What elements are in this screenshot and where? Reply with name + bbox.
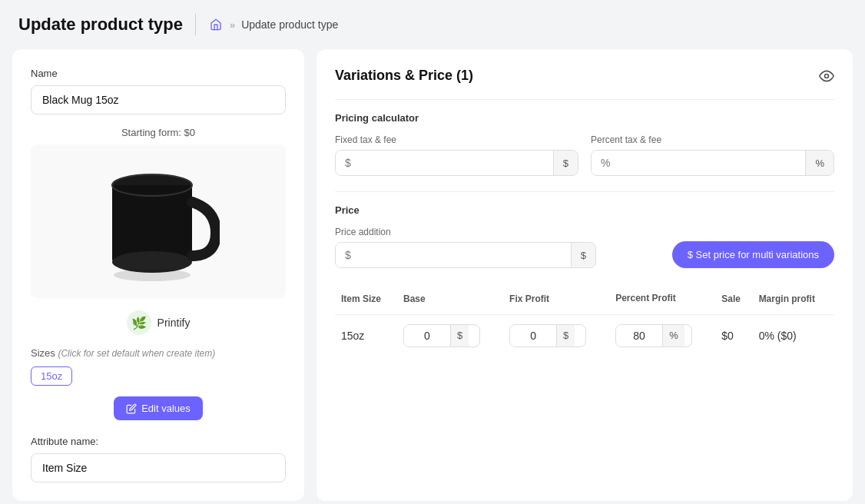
left-panel: Name Starting form: $0 🌿 Printify xyxy=(12,49,304,501)
fix-profit-suffix: $ xyxy=(556,325,575,346)
col-percent-profit: Percent Profit xyxy=(609,287,715,314)
attribute-name-label: Attribute name: xyxy=(31,436,286,447)
percent-tax-input-wrapper: % xyxy=(591,150,834,176)
fix-profit-input-group: $ xyxy=(509,324,586,347)
printify-badge: 🌿 Printify xyxy=(127,310,191,335)
sizes-label: Sizes (Click for set default when create… xyxy=(31,347,286,359)
breadcrumb-current: Update product type xyxy=(241,18,338,31)
breadcrumb-arrow: » xyxy=(230,19,235,31)
starting-form-text: Starting form: $0 xyxy=(31,127,286,138)
eye-icon xyxy=(819,68,834,84)
size-chip-15oz[interactable]: 15oz xyxy=(31,366,72,386)
cell-margin-profit: 0% ($0) xyxy=(753,314,834,356)
fixed-tax-input[interactable] xyxy=(336,151,553,175)
cell-percent-profit: % xyxy=(609,314,715,356)
percent-tax-input[interactable] xyxy=(592,151,805,175)
variations-header: Variations & Price (1) xyxy=(335,68,834,84)
set-price-button[interactable]: $ Set price for multi variations xyxy=(672,241,834,268)
fixed-tax-group: Fixed tax & fee $ xyxy=(335,134,578,176)
col-item-size: Item Size xyxy=(335,287,397,314)
col-sale: Sale xyxy=(715,287,752,314)
price-row: Price addition $ $ Set price for multi v… xyxy=(335,227,834,268)
percent-tax-suffix: % xyxy=(805,151,834,175)
pricing-calculator-label: Pricing calculator xyxy=(335,112,834,124)
attribute-name-input[interactable] xyxy=(31,453,286,482)
cell-size: 15oz xyxy=(335,314,397,356)
percent-profit-suffix: % xyxy=(662,325,684,346)
sizes-row: 15oz xyxy=(31,366,286,386)
section-divider-1 xyxy=(335,99,834,100)
name-label: Name xyxy=(31,68,286,79)
variations-title: Variations & Price (1) xyxy=(335,68,473,84)
fixed-tax-label: Fixed tax & fee xyxy=(335,134,578,145)
right-panel: Variations & Price (1) Pricing calculato… xyxy=(317,49,853,501)
svg-point-4 xyxy=(114,269,191,281)
table-row: 15oz $ $ xyxy=(335,314,834,356)
product-image xyxy=(31,144,286,298)
percent-tax-label: Percent tax & fee xyxy=(591,134,834,145)
price-addition-label: Price addition xyxy=(335,227,596,237)
fixed-tax-input-wrapper: $ xyxy=(335,150,578,176)
home-icon[interactable] xyxy=(208,17,224,32)
printify-label: Printify xyxy=(157,317,191,329)
base-suffix: $ xyxy=(450,325,469,346)
fix-profit-input[interactable] xyxy=(510,325,556,346)
price-addition-suffix: $ xyxy=(571,243,595,267)
name-input[interactable] xyxy=(31,85,286,114)
cell-base: $ xyxy=(397,314,503,356)
sizes-hint: (Click for set default when create item) xyxy=(58,348,215,359)
col-fix-profit: Fix Profit xyxy=(503,287,609,314)
main-content: Name Starting form: $0 🌿 Printify xyxy=(0,49,865,504)
page-title: Update product type xyxy=(18,15,183,35)
variations-table: Item Size Base Fix Profit Percent Profit… xyxy=(335,287,834,356)
price-section-label: Price xyxy=(335,204,834,216)
base-input[interactable] xyxy=(404,325,450,346)
pricing-row: Fixed tax & fee $ Percent tax & fee % xyxy=(335,134,834,176)
printify-logo: 🌿 xyxy=(127,310,151,335)
page-header: Update product type » Update product typ… xyxy=(0,0,865,49)
cell-fix-profit: $ xyxy=(503,314,609,356)
eye-icon-button[interactable] xyxy=(819,68,834,84)
col-margin-profit: Margin profit xyxy=(753,287,834,314)
section-divider-2 xyxy=(335,191,834,192)
percent-profit-input-group: % xyxy=(615,324,692,347)
fixed-tax-suffix: $ xyxy=(553,151,578,175)
cell-sale: $0 xyxy=(715,314,752,356)
edit-values-button[interactable]: Edit values xyxy=(114,396,203,420)
base-input-group: $ xyxy=(403,324,480,347)
price-addition-group: Price addition $ xyxy=(335,227,596,268)
breadcrumb: » Update product type xyxy=(208,17,338,32)
price-addition-input-wrapper: $ xyxy=(335,242,596,268)
svg-point-5 xyxy=(825,74,829,78)
percent-tax-group: Percent tax & fee % xyxy=(591,134,834,176)
breadcrumb-divider xyxy=(195,14,196,35)
edit-icon xyxy=(126,403,137,414)
price-addition-input[interactable] xyxy=(336,243,571,267)
percent-profit-input[interactable] xyxy=(616,325,662,346)
col-base: Base xyxy=(397,287,503,314)
